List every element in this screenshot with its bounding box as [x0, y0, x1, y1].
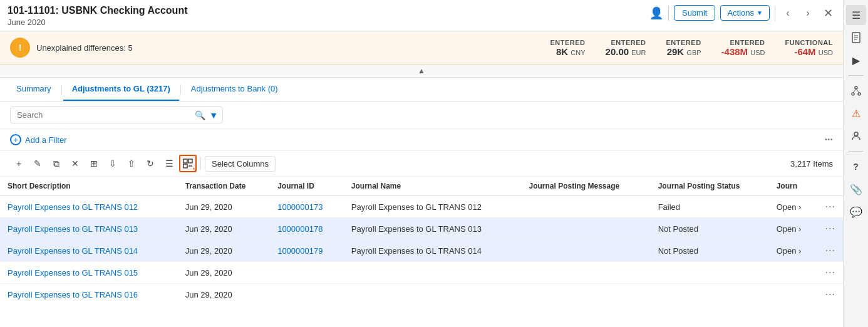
page-subtitle: June 2020 [8, 18, 188, 27]
journal-id-link[interactable]: 1000000179 [270, 240, 344, 262]
journ-cell [769, 284, 818, 304]
add-filter-button[interactable]: + Add a Filter [10, 134, 66, 145]
currency-section: ENTERED 8K CNY ENTERED 20.00 EUR ENTERED… [550, 39, 834, 57]
currency-label-usd-functional: FUNCTIONAL [785, 39, 834, 46]
warning-banner: ! Unexplained differences: 5 ENTERED 8K … [0, 31, 843, 65]
transaction-date-cell: Jun 29, 2020 [178, 240, 271, 262]
currency-code-usd-entered: USD [750, 49, 765, 56]
short-description-link[interactable]: Payroll Expenses to GL TRANS 012 [0, 196, 178, 218]
journal-id-cell [270, 284, 344, 304]
table-row[interactable]: Payroll Expenses to GL TRANS 013 Jun 29,… [0, 218, 843, 240]
journal-posting-status-cell: Not Posted [651, 240, 769, 262]
tab-adjustments-bank[interactable]: Adjustments to Bank (0) [182, 78, 287, 101]
svg-point-9 [852, 93, 854, 95]
table-row[interactable]: Payroll Expenses to GL TRANS 015 Jun 29,… [0, 262, 843, 284]
right-panel-person-icon[interactable] [846, 126, 866, 146]
right-panel-list-icon[interactable]: ☰ [846, 5, 866, 25]
right-panel-hierarchy-icon[interactable] [846, 81, 866, 101]
right-panel-divider-2 [849, 151, 864, 152]
copy-button[interactable]: ⧉ [48, 155, 65, 172]
header-title-section: 101-11101: USBNK Checking Account June 2… [8, 5, 188, 27]
journal-posting-message-cell [522, 196, 651, 218]
row-actions-cell[interactable]: ··· [818, 284, 843, 304]
user-icon[interactable]: 👤 [649, 6, 663, 20]
toolbar-buttons: + ✎ ⧉ ✕ ⊞ ⇩ ⇧ ↻ ☰ ↖ Select Columns [10, 155, 276, 172]
row-menu-icon[interactable]: ··· [825, 201, 835, 212]
svg-rect-0 [183, 159, 187, 163]
row-actions-cell[interactable]: ··· [818, 196, 843, 218]
right-panel-question-icon[interactable]: ? [846, 157, 866, 177]
svg-line-12 [856, 89, 859, 93]
journal-id-link[interactable]: 1000000173 [270, 196, 344, 218]
header-separator-2 [775, 6, 775, 21]
doc-button[interactable]: ☰ [160, 155, 178, 172]
close-icon[interactable]: ✕ [820, 6, 835, 21]
journal-name-cell [344, 284, 522, 304]
more-options-icon[interactable]: ··· [825, 134, 833, 145]
short-description-link[interactable]: Payroll Expenses to GL TRANS 015 [0, 262, 178, 284]
header-separator-1 [668, 6, 669, 21]
edit-button[interactable]: ✎ [29, 155, 46, 172]
delete-button[interactable]: ✕ [66, 155, 84, 172]
journ-cell: Open › [769, 240, 818, 262]
row-menu-icon[interactable]: ··· [825, 245, 835, 256]
add-button[interactable]: + [10, 155, 28, 172]
search-input[interactable] [10, 106, 223, 123]
toolbar-separator [200, 157, 201, 170]
short-description-link[interactable]: Payroll Expenses to GL TRANS 016 [0, 284, 178, 304]
nav-prev-icon[interactable]: ‹ [780, 6, 795, 21]
right-panel-chat-icon[interactable]: 💬 [846, 202, 866, 222]
right-panel-report-icon[interactable] [846, 28, 866, 48]
active-tool-icon [183, 158, 193, 169]
table-row[interactable]: Payroll Expenses to GL TRANS 016 Jun 29,… [0, 284, 843, 304]
search-icon[interactable]: 🔍 [195, 110, 205, 120]
short-description-link[interactable]: Payroll Expenses to GL TRANS 013 [0, 218, 178, 240]
journal-posting-status-cell: Not Posted [651, 218, 769, 240]
table-row[interactable]: Payroll Expenses to GL TRANS 012 Jun 29,… [0, 196, 843, 218]
col-journal-name: Journal Name [344, 177, 522, 196]
grid-button[interactable]: ⊞ [85, 155, 103, 172]
row-menu-icon[interactable]: ··· [825, 223, 835, 234]
select-columns-button[interactable]: Select Columns [205, 156, 276, 172]
tab-adjustments-gl[interactable]: Adjustments to GL (3217) [63, 78, 179, 101]
row-menu-icon[interactable]: ··· [825, 267, 835, 278]
tab-summary[interactable]: Summary [8, 78, 60, 101]
nav-next-icon[interactable]: › [800, 6, 815, 21]
currency-label-eur: ENTERED [606, 39, 646, 46]
funnel-icon[interactable]: ▼ [209, 110, 218, 120]
row-actions-cell[interactable]: ··· [818, 262, 843, 284]
currency-item-gbp: ENTERED 29K GBP [666, 39, 701, 57]
currency-label-gbp: ENTERED [666, 39, 701, 46]
table-row[interactable]: Payroll Expenses to GL TRANS 014 Jun 29,… [0, 240, 843, 262]
right-panel-alert-icon[interactable]: ⚠ [846, 103, 866, 123]
currency-item-eur: ENTERED 20.00 EUR [606, 39, 646, 57]
row-actions-cell[interactable]: ··· [818, 218, 843, 240]
transaction-date-cell: Jun 29, 2020 [178, 196, 271, 218]
svg-point-10 [858, 93, 860, 95]
currency-code-eur: EUR [631, 49, 646, 56]
row-menu-icon[interactable]: ··· [825, 289, 835, 299]
collapse-bar[interactable]: ▲ [0, 65, 843, 78]
add-filter-row: + Add a Filter ··· [0, 129, 843, 151]
active-tool-button[interactable]: ↖ [179, 155, 197, 172]
right-panel-play-icon[interactable]: ▶ [846, 50, 866, 70]
submit-button[interactable]: Submit [674, 5, 715, 21]
col-transaction-date: Transaction Date [178, 177, 271, 196]
short-description-link[interactable]: Payroll Expenses to GL TRANS 014 [0, 240, 178, 262]
svg-line-11 [853, 89, 856, 93]
journal-posting-status-cell [651, 284, 769, 304]
actions-button[interactable]: Actions ▼ [720, 5, 770, 21]
header-actions: 👤 Submit Actions ▼ ‹ › ✕ [649, 5, 835, 21]
svg-rect-2 [183, 164, 187, 168]
refresh-button[interactable]: ↻ [142, 155, 159, 172]
journal-posting-status-cell: Failed [651, 196, 769, 218]
journal-posting-message-cell [522, 284, 651, 304]
actions-chevron-icon: ▼ [757, 9, 763, 16]
journal-name-cell: Payroll Expenses to GL TRANS 012 [344, 196, 522, 218]
right-panel-paperclip-icon[interactable]: 📎 [846, 179, 866, 199]
row-actions-cell[interactable]: ··· [818, 240, 843, 262]
download-import-button[interactable]: ⇩ [104, 155, 121, 172]
upload-export-button[interactable]: ⇧ [123, 155, 140, 172]
journal-id-link[interactable]: 1000000178 [270, 218, 344, 240]
journ-cell: Open › [769, 196, 818, 218]
